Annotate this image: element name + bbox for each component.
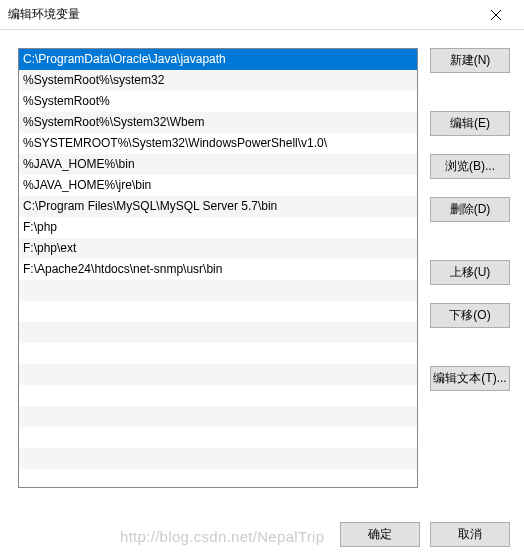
- list-item[interactable]: [19, 364, 417, 385]
- cancel-button[interactable]: 取消: [430, 522, 510, 547]
- list-item[interactable]: [19, 385, 417, 406]
- list-item[interactable]: %JAVA_HOME%\bin: [19, 154, 417, 175]
- list-item[interactable]: [19, 427, 417, 448]
- list-item[interactable]: %SystemRoot%: [19, 91, 417, 112]
- browse-button[interactable]: 浏览(B)...: [430, 154, 510, 179]
- titlebar: 编辑环境变量: [0, 0, 524, 30]
- close-button[interactable]: [476, 1, 516, 29]
- move-down-button[interactable]: 下移(O): [430, 303, 510, 328]
- watermark-text: http://blog.csdn.net/NepalTrip: [120, 528, 324, 545]
- list-item[interactable]: C:\ProgramData\Oracle\Java\javapath: [19, 49, 417, 70]
- list-item[interactable]: [19, 343, 417, 364]
- list-item[interactable]: F:\php: [19, 217, 417, 238]
- list-item[interactable]: F:\Apache24\htdocs\net-snmp\usr\bin: [19, 259, 417, 280]
- path-list[interactable]: C:\ProgramData\Oracle\Java\javapath%Syst…: [18, 48, 418, 488]
- list-item[interactable]: %SystemRoot%\System32\Wbem: [19, 112, 417, 133]
- list-item[interactable]: F:\php\ext: [19, 238, 417, 259]
- list-item[interactable]: [19, 280, 417, 301]
- new-button[interactable]: 新建(N): [430, 48, 510, 73]
- list-item[interactable]: [19, 469, 417, 488]
- list-item[interactable]: [19, 448, 417, 469]
- move-up-button[interactable]: 上移(U): [430, 260, 510, 285]
- list-item[interactable]: %JAVA_HOME%\jre\bin: [19, 175, 417, 196]
- list-item[interactable]: C:\Program Files\MySQL\MySQL Server 5.7\…: [19, 196, 417, 217]
- close-icon: [491, 10, 501, 20]
- side-button-panel: 新建(N) 编辑(E) 浏览(B)... 删除(D) 上移(U) 下移(O) 编…: [430, 48, 510, 488]
- list-item[interactable]: [19, 322, 417, 343]
- ok-button[interactable]: 确定: [340, 522, 420, 547]
- delete-button[interactable]: 删除(D): [430, 197, 510, 222]
- list-item[interactable]: %SystemRoot%\system32: [19, 70, 417, 91]
- list-item[interactable]: %SYSTEMROOT%\System32\WindowsPowerShell\…: [19, 133, 417, 154]
- edit-text-button[interactable]: 编辑文本(T)...: [430, 366, 510, 391]
- list-item[interactable]: [19, 301, 417, 322]
- edit-button[interactable]: 编辑(E): [430, 111, 510, 136]
- content-area: C:\ProgramData\Oracle\Java\javapath%Syst…: [0, 30, 524, 488]
- footer-buttons: 确定 取消: [340, 522, 510, 547]
- list-item[interactable]: [19, 406, 417, 427]
- window-title: 编辑环境变量: [8, 6, 476, 23]
